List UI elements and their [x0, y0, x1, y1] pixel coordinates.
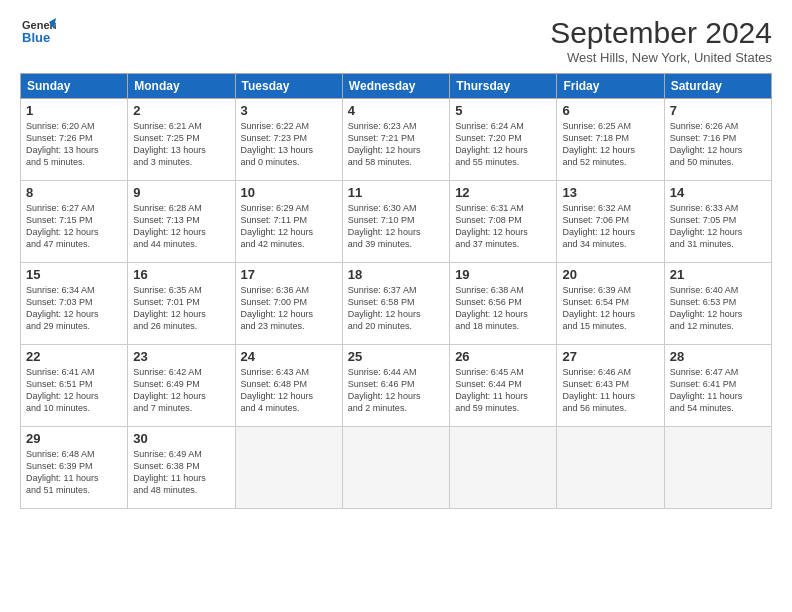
title-area: September 2024 West Hills, New York, Uni… — [550, 16, 772, 65]
day-30: 30 Sunrise: 6:49 AMSunset: 6:38 PMDaylig… — [128, 427, 235, 509]
location: West Hills, New York, United States — [550, 50, 772, 65]
day-28: 28 Sunrise: 6:47 AMSunset: 6:41 PMDaylig… — [664, 345, 771, 427]
header-sunday: Sunday — [21, 74, 128, 99]
day-3: 3 Sunrise: 6:22 AMSunset: 7:23 PMDayligh… — [235, 99, 342, 181]
empty-cell-4 — [557, 427, 664, 509]
day-13: 13 Sunrise: 6:32 AMSunset: 7:06 PMDaylig… — [557, 181, 664, 263]
logo: General Blue — [20, 16, 56, 52]
day-14: 14 Sunrise: 6:33 AMSunset: 7:05 PMDaylig… — [664, 181, 771, 263]
header-saturday: Saturday — [664, 74, 771, 99]
day-9: 9 Sunrise: 6:28 AMSunset: 7:13 PMDayligh… — [128, 181, 235, 263]
empty-cell-5 — [664, 427, 771, 509]
empty-cell-1 — [235, 427, 342, 509]
page: General Blue September 2024 West Hills, … — [0, 0, 792, 612]
header-monday: Monday — [128, 74, 235, 99]
day-1: 1 Sunrise: 6:20 AMSunset: 7:26 PMDayligh… — [21, 99, 128, 181]
day-20: 20 Sunrise: 6:39 AMSunset: 6:54 PMDaylig… — [557, 263, 664, 345]
header-area: General Blue September 2024 West Hills, … — [20, 16, 772, 65]
day-15: 15 Sunrise: 6:34 AMSunset: 7:03 PMDaylig… — [21, 263, 128, 345]
day-25: 25 Sunrise: 6:44 AMSunset: 6:46 PMDaylig… — [342, 345, 449, 427]
day-6: 6 Sunrise: 6:25 AMSunset: 7:18 PMDayligh… — [557, 99, 664, 181]
header-friday: Friday — [557, 74, 664, 99]
day-4: 4 Sunrise: 6:23 AMSunset: 7:21 PMDayligh… — [342, 99, 449, 181]
week-row-5: 29 Sunrise: 6:48 AMSunset: 6:39 PMDaylig… — [21, 427, 772, 509]
empty-cell-2 — [342, 427, 449, 509]
day-2: 2 Sunrise: 6:21 AMSunset: 7:25 PMDayligh… — [128, 99, 235, 181]
calendar: Sunday Monday Tuesday Wednesday Thursday… — [20, 73, 772, 509]
header-thursday: Thursday — [450, 74, 557, 99]
day-27: 27 Sunrise: 6:46 AMSunset: 6:43 PMDaylig… — [557, 345, 664, 427]
header-wednesday: Wednesday — [342, 74, 449, 99]
empty-cell-3 — [450, 427, 557, 509]
day-12: 12 Sunrise: 6:31 AMSunset: 7:08 PMDaylig… — [450, 181, 557, 263]
day-21: 21 Sunrise: 6:40 AMSunset: 6:53 PMDaylig… — [664, 263, 771, 345]
day-5: 5 Sunrise: 6:24 AMSunset: 7:20 PMDayligh… — [450, 99, 557, 181]
weekday-header-row: Sunday Monday Tuesday Wednesday Thursday… — [21, 74, 772, 99]
day-11: 11 Sunrise: 6:30 AMSunset: 7:10 PMDaylig… — [342, 181, 449, 263]
day-19: 19 Sunrise: 6:38 AMSunset: 6:56 PMDaylig… — [450, 263, 557, 345]
day-16: 16 Sunrise: 6:35 AMSunset: 7:01 PMDaylig… — [128, 263, 235, 345]
month-title: September 2024 — [550, 16, 772, 50]
week-row-2: 8 Sunrise: 6:27 AMSunset: 7:15 PMDayligh… — [21, 181, 772, 263]
week-row-3: 15 Sunrise: 6:34 AMSunset: 7:03 PMDaylig… — [21, 263, 772, 345]
day-18: 18 Sunrise: 6:37 AMSunset: 6:58 PMDaylig… — [342, 263, 449, 345]
week-row-1: 1 Sunrise: 6:20 AMSunset: 7:26 PMDayligh… — [21, 99, 772, 181]
day-26: 26 Sunrise: 6:45 AMSunset: 6:44 PMDaylig… — [450, 345, 557, 427]
logo-svg: General Blue — [20, 16, 56, 52]
week-row-4: 22 Sunrise: 6:41 AMSunset: 6:51 PMDaylig… — [21, 345, 772, 427]
day-24: 24 Sunrise: 6:43 AMSunset: 6:48 PMDaylig… — [235, 345, 342, 427]
day-17: 17 Sunrise: 6:36 AMSunset: 7:00 PMDaylig… — [235, 263, 342, 345]
header-tuesday: Tuesday — [235, 74, 342, 99]
day-8: 8 Sunrise: 6:27 AMSunset: 7:15 PMDayligh… — [21, 181, 128, 263]
svg-text:Blue: Blue — [22, 30, 50, 45]
day-23: 23 Sunrise: 6:42 AMSunset: 6:49 PMDaylig… — [128, 345, 235, 427]
day-22: 22 Sunrise: 6:41 AMSunset: 6:51 PMDaylig… — [21, 345, 128, 427]
day-29: 29 Sunrise: 6:48 AMSunset: 6:39 PMDaylig… — [21, 427, 128, 509]
day-7: 7 Sunrise: 6:26 AMSunset: 7:16 PMDayligh… — [664, 99, 771, 181]
day-10: 10 Sunrise: 6:29 AMSunset: 7:11 PMDaylig… — [235, 181, 342, 263]
